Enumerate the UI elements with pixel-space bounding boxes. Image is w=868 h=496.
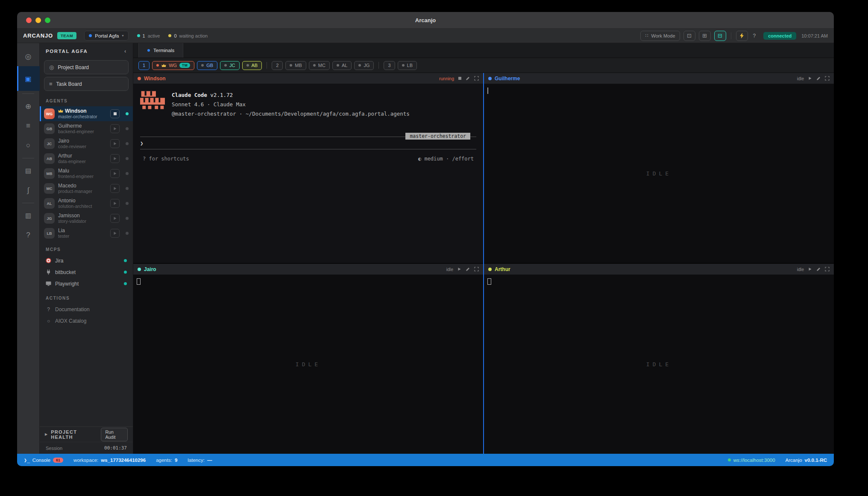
chip-ab[interactable]: AB — [242, 61, 262, 70]
rail-activity-button[interactable]: ∫ — [17, 181, 40, 200]
start-terminal-button[interactable] — [808, 76, 812, 80]
agent-row-arthur[interactable]: AB Arthur data-engineer — [40, 151, 133, 166]
play-icon — [113, 216, 117, 220]
chip-mb[interactable]: MB — [285, 61, 306, 70]
console-label: Console — [32, 458, 50, 463]
expand-icon — [474, 267, 479, 271]
work-mode-button[interactable]: ∷ Work Mode — [640, 31, 680, 41]
quick-actions-button[interactable] — [736, 31, 748, 41]
aiox-catalog-link[interactable]: ○ AIOX Catalog — [40, 315, 133, 327]
minimize-window-button[interactable] — [35, 18, 41, 23]
chip-group-1[interactable]: 1 — [138, 61, 150, 70]
mcp-name: Jira — [55, 258, 63, 264]
rail-target-button[interactable]: ◎ — [17, 47, 40, 66]
expand-terminal-button[interactable] — [474, 76, 479, 81]
console-toggle[interactable]: ❯_ Console 61 — [24, 457, 63, 463]
start-agent-button[interactable] — [110, 169, 120, 178]
agent-row-jamisson[interactable]: JG Jamisson story-validator — [40, 211, 133, 226]
chip-mc[interactable]: MC — [309, 61, 330, 70]
project-board-label: Project Board — [58, 64, 89, 70]
close-window-button[interactable] — [26, 18, 32, 23]
chip-gb[interactable]: GB — [197, 61, 217, 70]
start-agent-button[interactable] — [110, 214, 120, 223]
rail-columns-button[interactable]: ▥ — [17, 206, 40, 225]
terminal-output-guilherme[interactable]: IDLE — [484, 84, 834, 263]
agent-row-guilherme[interactable]: GB Guilherme backend-engineer — [40, 121, 133, 136]
stop-terminal-button[interactable] — [458, 77, 461, 80]
list-icon: ≡ — [26, 122, 30, 130]
task-board-button[interactable]: ≡ Task Board — [44, 77, 129, 91]
help-button[interactable]: ? — [751, 33, 758, 39]
agent-row-malu[interactable]: MB Malu frontend-engineer — [40, 166, 133, 181]
edit-terminal-button[interactable] — [466, 76, 470, 81]
agent-status-dot — [126, 172, 129, 175]
agent-status-dot — [126, 157, 129, 160]
agent-row-lia[interactable]: LB Lia tester — [40, 226, 133, 241]
start-agent-button[interactable] — [110, 124, 120, 133]
prompt-chevron-icon: ❯ — [140, 140, 144, 146]
layout-grid-button[interactable]: ⊞ — [699, 31, 711, 41]
run-audit-button[interactable]: Run Audit — [101, 428, 128, 441]
agent-row-jairo[interactable]: JC Jairo code-reviewer — [40, 136, 133, 151]
mcp-row-bitbucket[interactable]: bitbucket — [40, 266, 133, 278]
expand-terminal-button[interactable] — [825, 267, 830, 271]
stop-agent-button[interactable] — [110, 109, 120, 118]
start-agent-button[interactable] — [110, 199, 120, 208]
terminal-output-arthur[interactable]: IDLE — [484, 275, 834, 454]
panel-header: Guilherme idle — [484, 73, 834, 84]
play-icon — [113, 142, 117, 146]
pencil-icon — [816, 267, 821, 271]
start-agent-button[interactable] — [110, 139, 120, 148]
sidebar-collapse-button[interactable]: ‹ — [124, 48, 127, 54]
avatar: LB — [44, 228, 55, 239]
chip-group-3[interactable]: 3 — [384, 61, 395, 70]
chip-lb[interactable]: LB — [398, 61, 417, 70]
layout-split-button[interactable]: ⊟ — [714, 31, 726, 41]
start-agent-button[interactable] — [110, 184, 120, 193]
start-agent-button[interactable] — [110, 154, 120, 163]
agent-row-antonio[interactable]: AL Antonio solution-architect — [40, 196, 133, 211]
mcp-row-jira[interactable]: Jira — [40, 255, 133, 266]
start-agent-button[interactable] — [110, 229, 120, 238]
chip-jg[interactable]: JG — [354, 61, 374, 70]
columns-icon: ▥ — [25, 212, 31, 219]
tab-terminals-label: Terminals — [153, 48, 174, 53]
project-health-section[interactable]: ▶ PROJECT HEALTH Run Audit — [40, 426, 133, 442]
rail-help-button[interactable]: ? — [17, 225, 40, 245]
terminal-output-jairo[interactable]: IDLE — [133, 275, 483, 454]
documentation-icon: ? — [46, 306, 51, 312]
tab-terminals[interactable]: Terminals — [138, 43, 183, 58]
layout-stack-button[interactable]: ⊡ — [683, 31, 695, 41]
project-selector[interactable]: Portal Agfa ▾ — [84, 31, 128, 41]
chip-group-2[interactable]: 2 — [272, 61, 283, 70]
tab-bar: Terminals — [133, 43, 834, 58]
zoom-window-button[interactable] — [45, 18, 50, 23]
agents-value: 9 — [175, 458, 177, 463]
rail-list-button[interactable]: ≡ — [17, 116, 40, 136]
context-badge: master-orchestrator — [405, 133, 470, 140]
header-controls: ∷ Work Mode ⊡ ⊞ ⊟ ? connected 10:07:21 A… — [640, 31, 828, 41]
crown-icon — [161, 64, 166, 67]
project-board-button[interactable]: ◎ Project Board — [44, 60, 129, 74]
rail-table-button[interactable]: ▤ — [17, 161, 40, 181]
expand-terminal-button[interactable] — [825, 76, 830, 81]
rail-add-button[interactable]: ⊕ — [17, 96, 40, 116]
rail-projects-button[interactable]: ▣ — [17, 66, 40, 91]
chip-wg[interactable]: WG TM — [152, 61, 194, 70]
mcp-row-playwright[interactable]: Playwright — [40, 278, 133, 289]
agent-row-macedo[interactable]: MC Macedo product-manager — [40, 181, 133, 196]
edit-terminal-button[interactable] — [466, 267, 470, 271]
chip-jc[interactable]: JC — [220, 61, 239, 70]
play-icon — [808, 267, 812, 271]
chip-al[interactable]: AL — [332, 61, 352, 70]
terminal-output-windson[interactable]: Claude Code v2.1.72 Sonnet 4.6 · Claude … — [133, 84, 483, 263]
edit-terminal-button[interactable] — [816, 76, 821, 81]
edit-terminal-button[interactable] — [816, 267, 821, 271]
documentation-link[interactable]: ? Documentation — [40, 303, 133, 315]
start-terminal-button[interactable] — [457, 267, 461, 271]
rail-nodes-button[interactable]: ○ — [17, 136, 40, 155]
expand-terminal-button[interactable] — [474, 267, 479, 271]
start-terminal-button[interactable] — [808, 267, 812, 271]
agent-row-windson[interactable]: WG Windson master-orchestrator — [40, 106, 133, 121]
pencil-icon — [466, 267, 470, 271]
